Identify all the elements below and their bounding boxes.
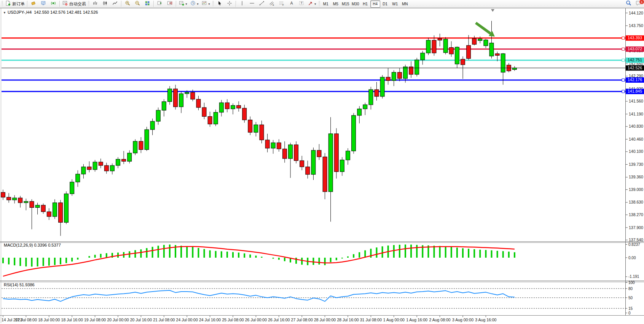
price-axis-label: 139.000	[629, 187, 643, 192]
periods-button[interactable]: ▼	[189, 0, 200, 8]
candle-body-bull	[231, 106, 235, 109]
candle-body-bull	[289, 145, 293, 159]
candle-body-bull	[311, 150, 316, 174]
candle-body-bear	[306, 167, 310, 175]
auto-scroll-button[interactable]	[155, 0, 165, 8]
tile-windows-button[interactable]	[142, 0, 152, 8]
equidistant-channel-button[interactable]: E	[267, 0, 277, 8]
fibonacci-icon: F	[279, 0, 285, 8]
timeframe-m15-button[interactable]: M15	[341, 0, 351, 8]
rsi-axis-label: 100	[628, 281, 635, 285]
chart-canvas[interactable]: 144.120143.750143.380143.020142.650142.2…	[0, 0, 644, 324]
new-order-button[interactable]: 新订单	[4, 0, 26, 8]
monitor-icon	[40, 0, 46, 8]
candle-body-bear	[277, 143, 281, 149]
price-axis-label: 140.100	[629, 149, 643, 154]
candle-body-bull	[380, 77, 384, 96]
macd-axis-label: -1.191	[628, 274, 639, 279]
text-button[interactable]: A	[287, 0, 296, 8]
fibonacci-button[interactable]: F	[277, 0, 287, 8]
dropdown-caret-icon: ▼	[185, 3, 188, 5]
cursor-button[interactable]	[215, 0, 225, 8]
candle-body-bull	[110, 165, 114, 171]
bar-chart-icon	[92, 0, 98, 8]
candle-body-bull	[24, 201, 28, 203]
bar-chart-button[interactable]	[90, 0, 100, 8]
text-label-button[interactable]: T	[296, 0, 306, 8]
styler-button[interactable]	[29, 0, 38, 8]
add-indicator-icon	[179, 0, 185, 8]
candle-body-bear	[467, 45, 471, 58]
candlestick-chart-button[interactable]	[100, 0, 110, 8]
candle-body-bull	[363, 105, 367, 109]
candle-body-bull	[167, 89, 172, 101]
candle-body-bear	[323, 157, 327, 191]
signals-button[interactable]	[48, 0, 58, 8]
crosshair-button[interactable]	[225, 0, 234, 8]
candle-body-bear	[265, 140, 269, 148]
time-axis-label: 24 Jul 16:00	[199, 318, 221, 322]
candle-body-bear	[41, 205, 45, 212]
hline-handle[interactable]	[622, 79, 625, 81]
price-axis-label: 137.540	[629, 237, 643, 242]
candle-body-bear	[1, 192, 5, 197]
search-button[interactable]	[623, 0, 633, 8]
templates-button[interactable]: ▼	[200, 0, 212, 8]
candle-body-bear	[174, 89, 178, 107]
candle-body-bear	[99, 162, 103, 165]
hline-handle[interactable]	[622, 90, 625, 93]
current-price-tag-label: 142.526	[628, 66, 642, 70]
timeframe-mn-button[interactable]: MN	[400, 0, 410, 8]
zoom-out-button[interactable]	[132, 0, 142, 8]
candle-body-bull	[501, 54, 505, 72]
candle-body-bear	[122, 159, 126, 161]
indicators-button[interactable]: ▼	[177, 0, 189, 8]
candle-body-bull	[53, 203, 57, 217]
zoom-in-button[interactable]	[123, 0, 132, 8]
horizontal-line-button[interactable]	[247, 0, 257, 8]
chart-shift-button[interactable]	[165, 0, 175, 8]
chart-ohlc-values: 142.550 142.576 142.481 142.526	[34, 10, 98, 14]
timeframe-m5-button[interactable]: M5	[331, 0, 341, 8]
timeframe-h4-button[interactable]: H4	[370, 0, 380, 8]
price-axis-label: 139.730	[629, 162, 643, 167]
timeframe-d1-button[interactable]: D1	[380, 0, 390, 8]
candle-body-bull	[70, 182, 74, 194]
hline-handle[interactable]	[622, 48, 625, 50]
collapse-expander-icon[interactable]: ▼	[3, 11, 6, 14]
hline-handle[interactable]	[622, 37, 625, 39]
time-axis-label: 28 Jul 00:00	[314, 318, 336, 322]
timeframe-h1-button[interactable]: H1	[360, 0, 370, 8]
candle-body-bull	[133, 141, 137, 153]
dropdown-caret-icon: ▼	[196, 3, 199, 5]
time-axis-label: 18 Jul 16:00	[61, 318, 83, 322]
hline-handle[interactable]	[622, 59, 625, 61]
notification-badge: 1	[639, 0, 644, 5]
price-tag-label: 143.393	[628, 35, 642, 40]
line-chart-button[interactable]	[110, 0, 120, 8]
trendline-button[interactable]	[257, 0, 267, 8]
timeframe-m1-button[interactable]: M1	[321, 0, 331, 8]
candle-body-bear	[260, 125, 264, 140]
candle-body-bear	[397, 72, 402, 79]
timeframe-w1-button[interactable]: W1	[390, 0, 400, 8]
candle-body-bear	[461, 59, 465, 64]
vertical-line-button[interactable]	[237, 0, 247, 8]
candle-body-bull	[484, 40, 488, 46]
time-axis-label: 31 Jul 08:00	[360, 318, 382, 322]
auto-trading-icon	[62, 0, 68, 8]
terminal-button[interactable]	[38, 0, 48, 8]
candle-body-bull	[489, 43, 494, 56]
candle-body-bear	[30, 201, 34, 207]
candle-body-bull	[415, 60, 419, 74]
text-label-icon: T	[298, 0, 304, 8]
time-axis-label: 25 Jul 08:00	[222, 318, 244, 322]
notifications-button[interactable]: 1	[633, 0, 643, 8]
arrows-button[interactable]: ▼	[306, 0, 318, 8]
dropdown-caret-icon: ▼	[208, 3, 210, 5]
candle-body-bear	[196, 99, 201, 107]
timeframe-m30-button[interactable]: M30	[351, 0, 360, 8]
candle-body-bear	[104, 165, 108, 171]
auto-trading-button[interactable]: 自动交易	[61, 0, 87, 8]
candle-body-bull	[478, 39, 482, 41]
